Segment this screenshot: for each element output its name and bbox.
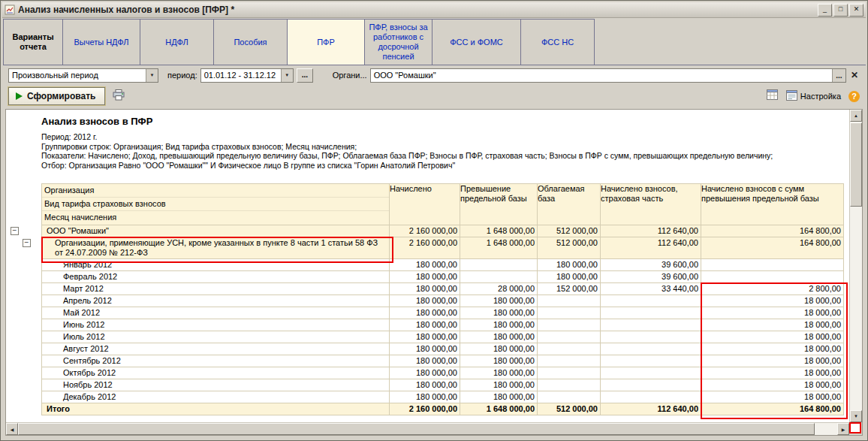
value-cell[interactable]: 164 800,00 <box>701 225 844 237</box>
value-cell[interactable]: 180 000,00 <box>538 259 601 271</box>
value-cell[interactable]: 39 600,00 <box>601 271 701 283</box>
scroll-left-button[interactable]: ◀ <box>6 423 18 435</box>
value-cell[interactable]: 2 160 000,00 <box>390 403 460 415</box>
period-more-button[interactable]: ... <box>297 68 313 83</box>
value-cell[interactable]: 33 440,00 <box>601 283 701 295</box>
value-cell[interactable]: 180 000,00 <box>390 319 460 331</box>
row-label[interactable]: ООО "Ромашки" <box>42 225 390 237</box>
value-cell[interactable]: 28 000,00 <box>460 283 538 295</box>
value-cell[interactable] <box>538 391 601 403</box>
vertical-scrollbar[interactable]: ▲ ▼ <box>849 110 862 422</box>
value-cell[interactable]: 180 000,00 <box>390 379 460 391</box>
row-label[interactable]: Ноябрь 2012 <box>42 379 390 391</box>
header-vznosy-prevyshenie[interactable]: Начислено взносов с сумм превышения пред… <box>701 184 844 225</box>
header-oblagaemaya-baza[interactable]: Облагаемая база <box>538 184 601 225</box>
value-cell[interactable]: 180 000,00 <box>390 391 460 403</box>
value-cell[interactable]: 512 000,00 <box>538 237 601 259</box>
period-type-select[interactable]: Произвольный период ▼ <box>8 68 158 83</box>
value-cell[interactable]: 112 640,00 <box>601 237 701 259</box>
value-cell[interactable]: 180 000,00 <box>390 295 460 307</box>
value-cell[interactable] <box>538 379 601 391</box>
row-label[interactable]: Октябрь 2012 <box>42 367 390 379</box>
tab-vychety-ndfl[interactable]: Вычеты НДФЛ <box>62 19 140 65</box>
value-cell[interactable]: 180 000,00 <box>390 367 460 379</box>
row-label[interactable]: Организации, применяющие УСН, кроме указ… <box>42 237 390 259</box>
value-cell[interactable] <box>460 271 538 283</box>
value-cell[interactable] <box>538 343 601 355</box>
title-bar[interactable]: Анализ начисленных налогов и взносов [ПФ… <box>2 2 866 18</box>
value-cell[interactable]: 18 000,00 <box>701 343 844 355</box>
tab-pfr-dosrochnaya-pensiya[interactable]: ПФР, взносы за работников с досрочной пе… <box>364 19 432 65</box>
tab-fss-i-foms[interactable]: ФСС и ФОМС <box>432 19 521 65</box>
value-cell[interactable]: 180 000,00 <box>460 307 538 319</box>
vertical-scroll-thumb[interactable] <box>850 122 862 207</box>
value-cell[interactable] <box>701 259 844 271</box>
header-prevyshenie-bazy[interactable]: Превышение предельной базы <box>460 184 538 225</box>
settings-button[interactable]: Настройка <box>786 90 841 102</box>
value-cell[interactable] <box>601 379 701 391</box>
collapse-group-button[interactable]: − <box>23 239 31 247</box>
minimize-button[interactable]: _ <box>818 4 832 17</box>
value-cell[interactable]: 180 000,00 <box>460 379 538 391</box>
value-cell[interactable]: 18 000,00 <box>701 319 844 331</box>
value-cell[interactable] <box>538 355 601 367</box>
row-label[interactable]: Июль 2012 <box>42 331 390 343</box>
value-cell[interactable]: 180 000,00 <box>390 343 460 355</box>
tab-ndfl[interactable]: НДФЛ <box>140 19 214 65</box>
scroll-up-button[interactable]: ▲ <box>850 110 862 122</box>
row-label[interactable]: Май 2012 <box>42 307 390 319</box>
value-cell[interactable]: 1 648 000,00 <box>460 237 538 259</box>
value-cell[interactable] <box>601 391 701 403</box>
value-cell[interactable]: 180 000,00 <box>460 367 538 379</box>
value-cell[interactable]: 1 648 000,00 <box>460 225 538 237</box>
row-label[interactable]: Апрель 2012 <box>42 295 390 307</box>
value-cell[interactable]: 18 000,00 <box>701 331 844 343</box>
value-cell[interactable] <box>601 295 701 307</box>
value-cell[interactable] <box>601 355 701 367</box>
value-cell[interactable]: 180 000,00 <box>460 319 538 331</box>
value-cell[interactable] <box>538 307 601 319</box>
scroll-down-button[interactable]: ▼ <box>850 410 862 422</box>
value-cell[interactable]: 112 640,00 <box>601 225 701 237</box>
row-label[interactable]: Июнь 2012 <box>42 319 390 331</box>
table-settings-button[interactable] <box>764 88 782 104</box>
header-nachisleno[interactable]: Начислено <box>390 184 460 225</box>
collapse-group-button[interactable]: − <box>11 227 19 235</box>
generate-report-button[interactable]: Сформировать <box>8 87 105 105</box>
tab-posobiya[interactable]: Пособия <box>213 19 288 65</box>
print-button[interactable] <box>110 88 128 104</box>
header-vznosy-strahovaya[interactable]: Начислено взносов, страховая часть <box>601 184 701 225</box>
close-button[interactable]: ✕ <box>849 4 863 17</box>
value-cell[interactable]: 180 000,00 <box>390 271 460 283</box>
value-cell[interactable]: 180 000,00 <box>390 259 460 271</box>
value-cell[interactable] <box>601 343 701 355</box>
value-cell[interactable] <box>538 367 601 379</box>
row-label[interactable]: Август 2012 <box>42 343 390 355</box>
value-cell[interactable]: 512 000,00 <box>538 225 601 237</box>
value-cell[interactable]: 18 000,00 <box>701 295 844 307</box>
value-cell[interactable] <box>538 295 601 307</box>
value-cell[interactable]: 180 000,00 <box>460 295 538 307</box>
value-cell[interactable]: 164 800,00 <box>701 237 844 259</box>
value-cell[interactable]: 2 160 000,00 <box>390 237 460 259</box>
row-label[interactable]: Сентябрь 2012 <box>42 355 390 367</box>
tab-fss-ns[interactable]: ФСС НС <box>520 19 595 65</box>
value-cell[interactable]: 18 000,00 <box>701 391 844 403</box>
value-cell[interactable] <box>460 259 538 271</box>
value-cell[interactable]: 18 000,00 <box>701 355 844 367</box>
value-cell[interactable]: 39 600,00 <box>601 259 701 271</box>
row-label[interactable]: Январь 2012 <box>42 259 390 271</box>
header-groupings-cell[interactable]: Организация Вид тарифа страховых взносов… <box>42 184 390 225</box>
value-cell[interactable]: 180 000,00 <box>460 343 538 355</box>
maximize-button[interactable]: □ <box>833 4 848 17</box>
value-cell[interactable]: 18 000,00 <box>701 367 844 379</box>
value-cell[interactable]: 180 000,00 <box>390 307 460 319</box>
row-label[interactable]: Февраль 2012 <box>42 271 390 283</box>
organization-input[interactable]: ООО "Ромашки" ... <box>370 68 846 83</box>
value-cell[interactable]: 112 640,00 <box>601 403 701 415</box>
chevron-down-icon[interactable]: ▼ <box>146 69 158 82</box>
value-cell[interactable] <box>701 271 844 283</box>
value-cell[interactable] <box>538 319 601 331</box>
row-label[interactable]: Декабрь 2012 <box>42 391 390 403</box>
value-cell[interactable]: 180 000,00 <box>390 355 460 367</box>
